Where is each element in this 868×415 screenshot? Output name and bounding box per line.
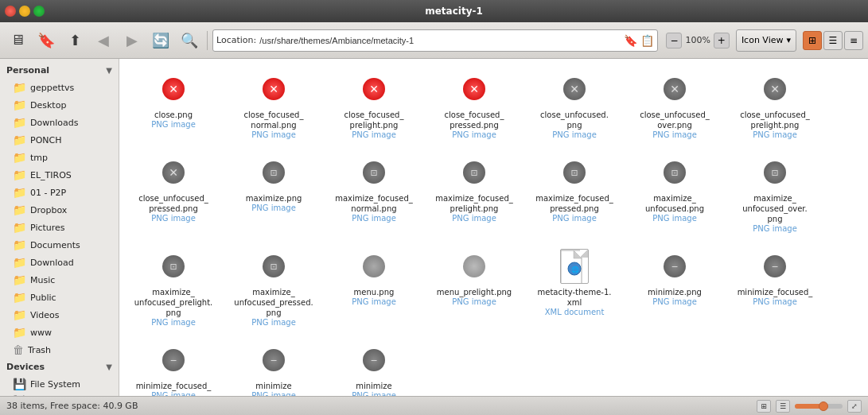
sidebar-item-label: Videos <box>30 310 60 320</box>
file-item[interactable]: menu.png PNG image <box>326 242 422 332</box>
sidebar-item-download[interactable]: 📁Download <box>0 254 119 271</box>
status-list-view-btn[interactable]: ☰ <box>776 400 790 413</box>
sidebar-item-music[interactable]: 📁Music <box>0 271 119 289</box>
zoom-slider-thumb[interactable] <box>819 401 828 411</box>
maximize-button[interactable] <box>33 6 45 17</box>
personal-toggle[interactable]: ▼ <box>106 66 112 75</box>
file-item[interactable]: ⊡ maximize.png PNG image <box>226 149 321 238</box>
maximize-icon: ⊡ <box>162 255 185 277</box>
sidebar-item-downloads[interactable]: 📁Downloads <box>0 114 119 131</box>
sidebar-item-tmp[interactable]: 📁tmp <box>0 149 119 166</box>
zoom-out-button[interactable]: − <box>666 33 682 48</box>
file-item[interactable]: ─ minimize.png PNG image <box>627 242 722 332</box>
sidebar-item-filesystem[interactable]: 💾File System <box>0 375 119 393</box>
file-item[interactable]: ✕ close_unfocused_over.png PNG image <box>627 65 722 144</box>
file-name: maximize_unfocused_over.png <box>742 193 807 224</box>
sidebar-item-desktop[interactable]: 📁Desktop <box>0 96 119 114</box>
zoom-slider[interactable] <box>795 404 843 409</box>
file-item[interactable]: ✕ close_focused_normal.png PNG image <box>226 65 321 144</box>
sidebar-item-ponch[interactable]: 📁PONCH <box>0 131 119 149</box>
file-item[interactable]: ⊡ maximize_unfocused_prelight.png PNG im… <box>126 242 221 332</box>
close-button[interactable] <box>5 6 16 17</box>
drive-icon: 💾 <box>13 395 26 396</box>
sidebar-item-pictures[interactable]: 📁Pictures <box>0 219 119 236</box>
sidebar-item-documents[interactable]: 📁Documents <box>0 236 119 254</box>
search-button[interactable]: 🔍 <box>177 28 202 53</box>
zoom-in-button[interactable]: + <box>714 33 730 48</box>
file-item[interactable]: ─ minimize PNG image <box>226 336 321 396</box>
svg-text:🌐: 🌐 <box>571 266 579 273</box>
close-png-icon: ✕ <box>363 78 385 100</box>
file-item[interactable]: ✕ close_focused_prelight.png PNG image <box>326 65 422 144</box>
chevron-down-icon: ▾ <box>786 35 791 45</box>
forward-button[interactable]: ▶ <box>119 28 145 53</box>
back-button[interactable]: ◀ <box>91 28 116 53</box>
file-item[interactable]: ✕ close.png PNG image <box>126 65 221 144</box>
file-icon-wrap: ⊡ <box>455 153 493 192</box>
file-item[interactable]: ✕ close_unfocused_pressed.png PNG image <box>126 149 221 238</box>
reload-button[interactable]: 🔄 <box>148 28 173 53</box>
zoom-area: − 100% + <box>666 33 729 48</box>
zoom-expand-btn[interactable]: ⤢ <box>847 400 862 413</box>
sidebar-item-el-tiros-drive[interactable]: 💾EL_TIROS▲ <box>0 393 119 396</box>
file-item[interactable]: ⊡ maximize_unfocused_pressed.png PNG ima… <box>226 242 321 332</box>
file-item[interactable]: ✕ close_focused_pressed.png PNG image <box>426 65 522 144</box>
view-dropdown[interactable]: Icon View ▾ <box>736 29 796 52</box>
sidebar-item-dropbox[interactable]: 📁Dropbox <box>0 201 119 219</box>
file-item[interactable]: ─ minimize_focused_ PNG image <box>727 242 823 332</box>
file-item[interactable]: ⊡ maximize_focused_prelight.png PNG imag… <box>426 149 522 238</box>
devices-toggle[interactable]: ▼ <box>106 363 112 371</box>
file-item[interactable]: ✕ close_unfocused_prelight.png PNG image <box>727 65 823 144</box>
close-unfocused-icon: ✕ <box>162 161 185 184</box>
file-icon-wrap: ─ <box>756 247 794 285</box>
list-view-button[interactable]: ☰ <box>823 31 843 50</box>
file-item[interactable]: ⊡ maximize_focused_normal.png PNG image <box>326 149 422 238</box>
compact-view-button[interactable]: ≡ <box>844 31 863 50</box>
home-button[interactable]: 🖥 <box>5 28 30 53</box>
minimize-button[interactable] <box>19 6 30 17</box>
sidebar-item-public[interactable]: 📁Public <box>0 289 119 306</box>
file-item[interactable]: ⊡ maximize_unfocused_over.png PNG image <box>727 149 823 238</box>
sidebar-item-trash[interactable]: 🗑Trash <box>0 341 119 359</box>
maximize-icon: ⊡ <box>463 161 485 184</box>
bookmarks-button[interactable]: 🔖 <box>33 28 59 53</box>
file-type: PNG image <box>452 297 496 306</box>
sidebar-item-01p2p[interactable]: 📁01 - P2P <box>0 184 119 201</box>
folder-icon: 📁 <box>13 204 26 216</box>
file-icon-wrap: ⊡ <box>756 153 794 192</box>
location-input[interactable] <box>259 36 621 45</box>
sidebar-item-videos[interactable]: 📁Videos <box>0 306 119 324</box>
file-name: close_focused_normal.png <box>244 110 304 130</box>
file-item[interactable]: ─ minimize PNG image <box>326 336 422 396</box>
file-item[interactable]: ⊡ maximize_unfocused.png PNG image <box>627 149 722 238</box>
status-icon-view-btn[interactable]: ⊞ <box>757 400 771 413</box>
titlebar: metacity-1 <box>0 0 868 22</box>
up-button[interactable]: ⬆ <box>62 28 88 53</box>
xml-icon: 🌐 <box>560 249 589 284</box>
location-new-tab-icon[interactable]: 📋 <box>640 34 654 47</box>
file-item[interactable]: ⊡ maximize_focused_pressed.png PNG image <box>527 149 622 238</box>
file-item[interactable]: ─ minimize_focused_ PNG image <box>126 336 221 396</box>
file-name: close_focused_prelight.png <box>344 110 404 130</box>
sidebar-item-geppettvs[interactable]: 📁geppettvs <box>0 79 119 96</box>
location-bookmark-icon[interactable]: 🔖 <box>624 34 637 47</box>
file-item[interactable]: 🌐 metacity-theme-1.xml XML document <box>527 242 622 332</box>
sidebar-item-el-tiros[interactable]: 📁EL_TIROS <box>0 166 119 184</box>
file-icon-wrap: ✕ <box>154 70 193 108</box>
location-bar: Location: 🔖 📋 <box>212 29 658 52</box>
sidebar-item-label: Public <box>30 293 56 303</box>
icon-view-button[interactable]: ⊞ <box>803 31 822 50</box>
file-icon-wrap: ─ <box>154 341 193 379</box>
folder-icon: 📁 <box>13 169 26 181</box>
file-item[interactable]: menu_prelight.png PNG image <box>426 242 522 332</box>
sidebar-item-label: Dropbox <box>30 205 67 215</box>
sidebar-item-label: Desktop <box>30 100 66 111</box>
menu-icon <box>463 255 485 277</box>
file-item[interactable]: ✕ close_unfocused.png PNG image <box>527 65 622 144</box>
close-png-icon: ✕ <box>463 78 485 100</box>
toolbar-separator <box>207 31 208 50</box>
sidebar-item-www[interactable]: 📁www <box>0 324 119 341</box>
maximize-icon: ⊡ <box>263 255 285 277</box>
file-name: close_unfocused_over.png <box>640 110 710 130</box>
sidebar-item-label: Music <box>30 275 55 285</box>
